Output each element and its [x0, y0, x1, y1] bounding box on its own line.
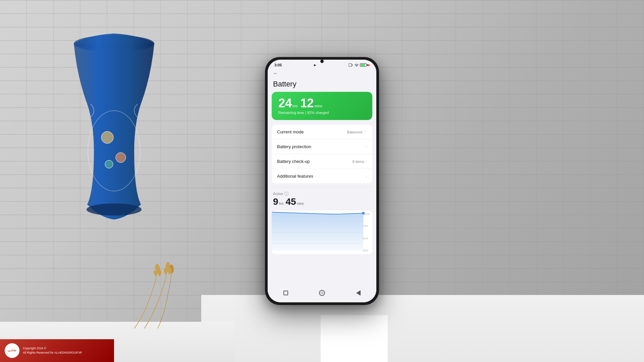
divider	[272, 187, 372, 187]
menu-item-label-battery-checkup: Battery check-up	[277, 159, 310, 164]
battery-fill	[361, 64, 365, 66]
chart-label-50: 50%	[363, 237, 370, 240]
nav-bar	[268, 285, 376, 302]
battery-card: 24 hrs 12 mins Remaining time | 92% char…	[272, 92, 372, 120]
menu-item-right-battery-protection: ›	[366, 144, 367, 149]
status-time: 3:05	[274, 63, 282, 67]
active-time-row: 9 hrs 45 mins	[273, 196, 371, 207]
battery-remaining-text: Remaining time | 92% charged	[278, 111, 366, 115]
back-button[interactable]: ←	[273, 70, 278, 76]
status-icons	[348, 63, 370, 67]
wheat-area	[117, 261, 235, 328]
svg-point-15	[356, 66, 357, 67]
top-bar: ←	[268, 68, 376, 78]
svg-marker-14	[352, 65, 353, 66]
wifi-icon	[355, 63, 359, 67]
phone-screen: 3:05 ▶	[268, 60, 376, 302]
svg-point-3	[116, 153, 126, 163]
chart-label-75: 75%	[363, 225, 370, 228]
camera-notch	[320, 60, 324, 63]
menu-item-value-current-mode: Balanced	[347, 130, 362, 134]
chart-area: 100% 75% 50% 25%	[268, 209, 376, 285]
chevron-battery-protection: ›	[366, 144, 367, 149]
active-hours-unit: hrs	[279, 202, 284, 206]
menu-item-right-battery-checkup: 8 items ›	[353, 159, 367, 164]
active-label-text: Active	[273, 192, 283, 196]
battery-time-row: 24 hrs 12 mins	[278, 97, 366, 109]
active-section: Active i 9 hrs 45 mins	[268, 188, 376, 209]
watermark-line1: Copyright 2024 ©	[23, 346, 82, 351]
chart-label-100: 100%	[363, 213, 370, 216]
chevron-additional: ›	[366, 174, 367, 179]
chart-labels: 100% 75% 50% 25%	[363, 210, 370, 254]
menu-item-battery-protection[interactable]: Battery protection ›	[272, 139, 372, 154]
menu-item-battery-checkup[interactable]: Battery check-up 8 items ›	[272, 154, 372, 169]
watermark-logo-text: علاءالدین	[8, 349, 16, 352]
battery-status-icon	[360, 63, 367, 67]
active-mins-unit: mins	[297, 202, 304, 206]
active-mins: 45	[285, 196, 296, 207]
table-surface-right	[201, 295, 644, 362]
page-title: Battery	[268, 78, 376, 92]
battery-dot	[368, 64, 370, 66]
battery-hours: 24	[278, 97, 292, 109]
chevron-battery-checkup: ›	[366, 159, 367, 164]
nav-stop-icon	[283, 291, 288, 295]
battery-mins: 12	[300, 97, 314, 109]
active-hours: 9	[273, 196, 278, 207]
menu-item-label-additional: Additional features	[277, 174, 313, 179]
status-play: ▶	[314, 63, 316, 67]
phone: 3:05 ▶	[265, 57, 379, 305]
battery-mins-unit: mins	[314, 104, 322, 109]
chart-container: 100% 75% 50% 25%	[272, 210, 372, 254]
svg-point-2	[101, 131, 113, 143]
white-block	[321, 315, 388, 362]
active-label-row: Active i	[273, 192, 371, 196]
nav-back-icon	[356, 290, 361, 296]
menu-item-right-current-mode: Balanced ⌃	[347, 130, 367, 134]
vase-svg	[60, 10, 168, 251]
menu-item-value-battery-checkup: 8 items	[353, 160, 364, 164]
chevron-current-mode: ⌃	[364, 130, 367, 134]
menu-item-label-battery-protection: Battery protection	[277, 144, 311, 149]
chart-label-25: 25%	[363, 249, 370, 252]
menu-item-right-additional: ›	[366, 174, 367, 179]
battery-chart-svg	[272, 210, 372, 254]
menu-item-additional[interactable]: Additional features ›	[272, 169, 372, 183]
watermark-text: Copyright 2024 © All Rights Reserved for…	[23, 346, 82, 355]
svg-rect-13	[348, 64, 352, 66]
menu-item-current-mode[interactable]: Current mode Balanced ⌃	[272, 125, 372, 139]
screen-content: ← Battery 24 hrs 12 mins Remaining time …	[268, 68, 376, 285]
info-circle-icon[interactable]: i	[284, 192, 288, 196]
nav-back-button[interactable]	[354, 288, 363, 298]
watermark-logo: علاءالدین	[5, 343, 19, 358]
screen-record-icon	[348, 63, 353, 67]
menu-item-label-current-mode: Current mode	[277, 129, 304, 134]
watermark-line2: All Rights Reserved for ALAEDINGROUP.IR	[23, 351, 82, 355]
menu-section: Current mode Balanced ⌃ Battery protecti…	[272, 125, 372, 183]
battery-hours-unit: hrs	[292, 104, 298, 109]
svg-point-5	[87, 203, 142, 216]
nav-home-icon	[319, 290, 325, 296]
svg-point-4	[105, 160, 113, 168]
watermark: علاءالدین Copyright 2024 © All Rights Re…	[0, 339, 114, 362]
nav-home-button[interactable]	[317, 288, 327, 298]
nav-stop-button[interactable]	[281, 288, 290, 298]
